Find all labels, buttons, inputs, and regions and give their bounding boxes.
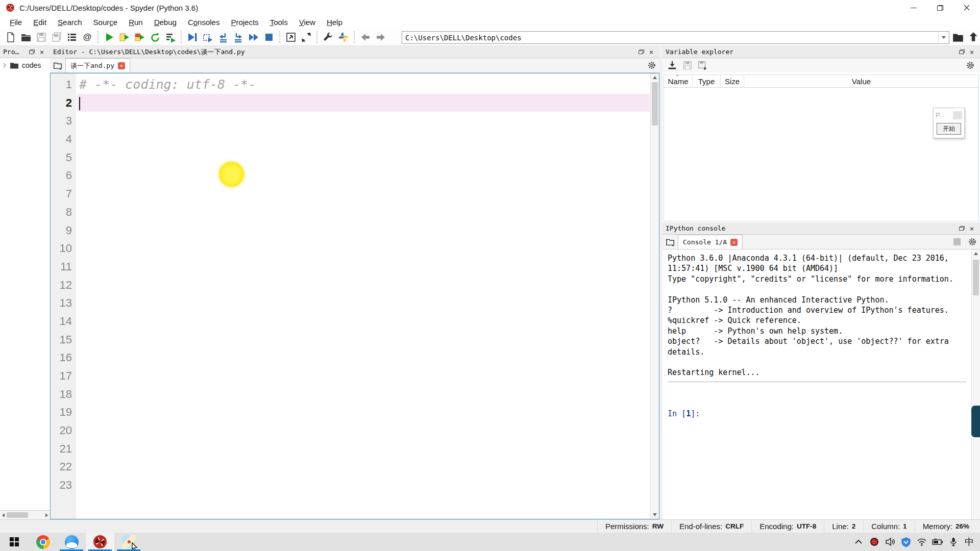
file-switcher-button[interactable]: [64, 30, 80, 44]
editor-line[interactable]: 23: [51, 476, 650, 494]
close-pane-button[interactable]: ×: [967, 47, 977, 57]
import-data-button[interactable]: [665, 58, 680, 72]
minimize-button[interactable]: [900, 0, 927, 15]
editor-line[interactable]: 16: [51, 348, 650, 367]
volume-button[interactable]: [885, 535, 896, 549]
project-tree-item[interactable]: codes: [0, 58, 50, 72]
menu-item[interactable]: Help: [321, 16, 348, 28]
menu-item[interactable]: Projects: [225, 16, 264, 28]
rerun-cell-button[interactable]: [148, 30, 163, 44]
ime-start-button[interactable]: 开始: [937, 123, 961, 135]
menu-item[interactable]: Debug: [149, 16, 182, 28]
close-pane-button[interactable]: ×: [646, 47, 656, 57]
editor-line[interactable]: 8: [51, 203, 650, 221]
editor-line[interactable]: 20: [51, 421, 650, 440]
editor-line[interactable]: 15: [51, 331, 650, 349]
close-button[interactable]: [953, 0, 980, 15]
editor-line[interactable]: 7: [51, 185, 650, 203]
hidden-icons-button[interactable]: [853, 535, 864, 549]
taskbar-chrome-button[interactable]: [29, 533, 57, 551]
column-header-type[interactable]: Type: [693, 75, 721, 87]
float-pane-button[interactable]: [957, 47, 967, 57]
save-data-as-button[interactable]: [695, 58, 710, 72]
browse-tabs-button[interactable]: [663, 235, 678, 249]
step-button[interactable]: [200, 30, 215, 44]
run-selection-button[interactable]: [163, 30, 178, 44]
menu-item[interactable]: Edit: [28, 16, 52, 28]
taskbar-qq-browser-button[interactable]: [57, 533, 86, 551]
column-header-size[interactable]: Size: [721, 75, 744, 87]
open-file-button[interactable]: [18, 30, 34, 44]
battery-button[interactable]: [932, 535, 943, 549]
variable-explorer-options-button[interactable]: [963, 58, 978, 72]
step-into-button[interactable]: [215, 30, 231, 44]
editor-line[interactable]: 3: [51, 112, 650, 130]
editor-line[interactable]: 22: [51, 458, 650, 476]
column-header-name[interactable]: ^Name: [664, 75, 693, 87]
console-prompt[interactable]: In [1]:: [668, 409, 971, 419]
close-pane-button[interactable]: ×: [967, 224, 977, 233]
editor-line[interactable]: 18: [51, 385, 650, 404]
console-output[interactable]: Python 3.6.0 |Anaconda 4.3.1 (64-bit)| (…: [663, 249, 971, 519]
taskbar-spyder-button[interactable]: [86, 533, 114, 551]
scroll-up-icon[interactable]: [974, 252, 978, 255]
taskbar-image-tool-button[interactable]: [114, 533, 143, 551]
security-shield-button[interactable]: [900, 535, 912, 549]
editor-line[interactable]: 12: [51, 276, 650, 294]
editor-line[interactable]: 19: [51, 403, 650, 421]
recording-indicator[interactable]: [869, 535, 880, 549]
back-button[interactable]: [358, 30, 373, 44]
editor-line[interactable]: 2: [51, 94, 650, 112]
editor-line[interactable]: 6: [51, 166, 650, 185]
console-options-button[interactable]: [965, 235, 980, 249]
combo-dropdown-button[interactable]: [938, 32, 949, 43]
editor-line[interactable]: 9: [51, 221, 650, 240]
console-vscrollbar[interactable]: [971, 249, 980, 519]
python-path-button[interactable]: [336, 30, 351, 44]
editor-line[interactable]: 14: [51, 312, 650, 331]
close-pane-button[interactable]: ×: [37, 47, 47, 57]
editor-options-button[interactable]: [644, 58, 659, 72]
scroll-thumb[interactable]: [973, 260, 979, 295]
editor-line[interactable]: 10: [51, 239, 650, 258]
menu-item[interactable]: Search: [52, 16, 88, 28]
float-pane-button[interactable]: [636, 47, 646, 57]
ime-language-button[interactable]: 中: [964, 535, 975, 549]
menu-item[interactable]: Consoles: [182, 16, 226, 28]
screen-edge-handle[interactable]: [971, 406, 980, 437]
symbol-finder-button[interactable]: @: [80, 30, 95, 44]
working-directory-combo[interactable]: C:\Users\DELL\Desktop\codes: [402, 31, 949, 44]
editor-tab[interactable]: 谈一下and.py ✕: [65, 58, 130, 72]
save-data-button[interactable]: [680, 58, 695, 72]
scroll-thumb[interactable]: [652, 82, 658, 126]
editor-line[interactable]: 4: [51, 130, 650, 148]
continue-button[interactable]: [246, 30, 261, 44]
save-button[interactable]: [34, 30, 49, 44]
editor-line[interactable]: 21: [51, 440, 650, 458]
project-hscrollbar[interactable]: [0, 510, 50, 519]
interrupt-kernel-button[interactable]: [949, 235, 965, 249]
wifi-button[interactable]: [916, 535, 927, 549]
float-pane-button[interactable]: [957, 224, 967, 233]
start-button[interactable]: [0, 533, 29, 551]
run-cell-advance-button[interactable]: [132, 30, 148, 44]
console-tab[interactable]: Console 1/A ✕: [678, 235, 743, 249]
new-file-button[interactable]: [3, 30, 18, 44]
debug-file-button[interactable]: [185, 30, 200, 44]
browse-tabs-button[interactable]: [50, 58, 65, 72]
editor-line[interactable]: 13: [51, 294, 650, 312]
preferences-button[interactable]: [321, 30, 336, 44]
scroll-right-icon[interactable]: [45, 513, 48, 517]
scroll-thumb[interactable]: [7, 512, 28, 518]
browse-directory-button[interactable]: [950, 30, 966, 44]
parent-directory-button[interactable]: [966, 30, 980, 44]
code-editor[interactable]: 1 # -*- coding: utf-8 -*- 2 3: [50, 73, 659, 519]
column-header-value[interactable]: Value: [744, 75, 978, 87]
tab-close-button[interactable]: ✕: [118, 62, 125, 69]
float-pane-button[interactable]: [27, 47, 37, 57]
save-all-button[interactable]: [49, 30, 64, 44]
scroll-up-icon[interactable]: [653, 76, 657, 79]
scroll-down-icon[interactable]: [653, 513, 657, 516]
forward-button[interactable]: [373, 30, 388, 44]
editor-line[interactable]: 11: [51, 258, 650, 276]
